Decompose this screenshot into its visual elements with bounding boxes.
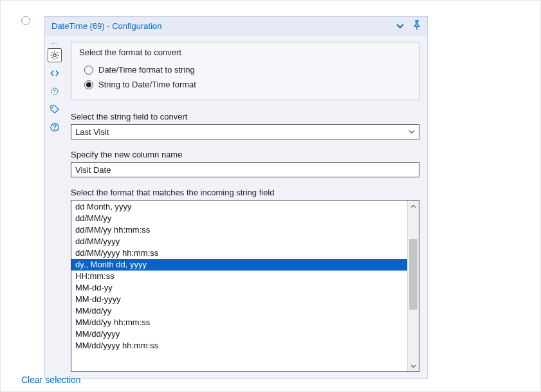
string-field-label: Select the string field to convert	[71, 112, 419, 121]
format-option[interactable]: dy., Month dd, yyyy	[71, 259, 407, 271]
format-option[interactable]: dd/MM/yyyy hh:mm:ss	[71, 247, 407, 259]
format-option[interactable]: MM-dd-yyyy	[71, 294, 407, 305]
select-value: Last Visit	[75, 127, 109, 137]
format-option[interactable]: HH:mm:ss	[71, 271, 407, 282]
radio-icon	[84, 66, 93, 75]
input-value: Visit Date	[75, 165, 111, 175]
format-option[interactable]: MM/dd/yy	[71, 305, 407, 317]
clear-selection-link[interactable]: Clear selection	[21, 375, 81, 385]
radio-string-to-datetime[interactable]: String to Date/Time format	[79, 77, 411, 92]
new-column-input[interactable]: Visit Date	[71, 162, 419, 177]
format-direction-fieldset: Select the format to convert Date/Time f…	[71, 42, 419, 100]
svg-point-13	[54, 129, 55, 130]
format-option[interactable]: dd/MM/yy hh:mm:ss	[71, 224, 407, 236]
config-panel: DateTime (69) - Configuration …	[44, 16, 428, 379]
more-icon[interactable]: …	[51, 38, 59, 44]
config-tab[interactable]	[48, 48, 62, 62]
gear-icon	[50, 50, 60, 60]
scroll-down-button[interactable]	[408, 361, 419, 371]
xml-tab[interactable]	[48, 66, 62, 80]
format-option[interactable]: dd/MM/yy	[71, 213, 407, 224]
string-field-select[interactable]: Last Visit	[71, 124, 419, 139]
chevron-down-icon	[410, 364, 416, 368]
svg-point-1	[53, 54, 56, 57]
format-option[interactable]: dd/MM/yyyy	[71, 236, 407, 247]
format-option[interactable]: MM-dd-yy	[71, 282, 407, 294]
radio-label: Date/Time format to string	[98, 65, 195, 75]
chevron-up-icon	[410, 204, 416, 208]
tag-icon	[50, 104, 60, 114]
svg-point-10	[51, 88, 58, 94]
panel-title-bar: DateTime (69) - Configuration	[44, 16, 428, 35]
help-icon	[50, 122, 60, 132]
svg-line-8	[57, 52, 57, 53]
match-format-label: Select the format that matches the incom…	[71, 188, 419, 197]
format-option[interactable]: MM/dd/yy hh:mm:ss	[71, 317, 407, 328]
radio-datetime-to-string[interactable]: Date/Time format to string	[79, 62, 411, 77]
navigate-tab[interactable]	[48, 84, 62, 98]
pin-icon	[412, 20, 422, 30]
format-listbox[interactable]: dd Month, yyyydd/MM/yydd/MM/yy hh:mm:ssd…	[71, 200, 419, 372]
scroll-thumb[interactable]	[409, 239, 417, 310]
format-option[interactable]: MM/dd/yyyy	[71, 328, 407, 340]
format-option[interactable]: dd Month, yyyy	[71, 201, 407, 213]
svg-point-11	[52, 107, 53, 108]
format-option[interactable]: MM/dd/yyyy hh:mm:ss	[71, 340, 407, 352]
chevron-down-icon	[396, 24, 404, 29]
code-icon	[50, 68, 60, 78]
svg-line-9	[51, 57, 52, 58]
help-tab[interactable]	[48, 120, 62, 134]
collapse-button[interactable]	[396, 21, 404, 31]
format-direction-legend: Select the format to convert	[79, 48, 411, 57]
dropdown-arrow-icon	[408, 130, 415, 134]
question-option-radio[interactable]	[21, 16, 30, 25]
annotation-tab[interactable]	[48, 102, 62, 116]
svg-line-6	[51, 52, 52, 53]
side-toolbar: …	[45, 35, 64, 379]
target-icon	[50, 86, 60, 96]
pin-button[interactable]	[412, 20, 422, 32]
panel-title: DateTime (69) - Configuration	[51, 21, 161, 31]
radio-label: String to Date/Time format	[98, 80, 196, 89]
scrollbar[interactable]	[407, 200, 419, 371]
svg-line-7	[57, 57, 57, 58]
radio-icon	[84, 80, 93, 89]
scroll-up-button[interactable]	[408, 200, 419, 211]
new-column-label: Specify the new column name	[71, 150, 419, 159]
